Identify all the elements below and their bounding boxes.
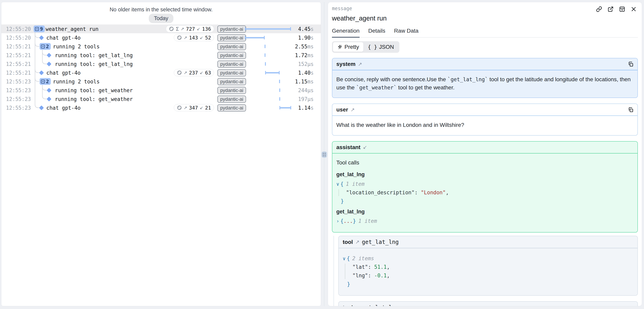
collapse-panel-icon[interactable] — [619, 6, 625, 12]
direction-arrow-icon: ↗ — [350, 107, 354, 113]
collapse-toggle[interactable]: 9 — [34, 26, 45, 32]
service-badge: pydantic-ai — [218, 52, 246, 59]
tool-message-block: tool ↗ get_lat_lng ∨{2 items "lat": 5 — [338, 236, 638, 296]
tab-generation[interactable]: Generation — [332, 28, 360, 38]
user-message-block: user ↗ What is the weather like in Londo… — [332, 104, 638, 136]
duration-tick — [264, 45, 266, 48]
span-duration: 1.15ms — [295, 79, 314, 85]
role-label: tool — [343, 239, 353, 245]
tool-call-name: get_lat_lng — [336, 171, 634, 178]
token-icon — [177, 70, 182, 75]
collapse-toggle[interactable]: 2 — [40, 43, 51, 50]
minus-square-icon — [41, 80, 45, 83]
trace-row[interactable]: 12:55:21chat gpt-4o↗237↙63pydantic-ai1.4… — [2, 68, 321, 77]
trace-row[interactable]: 12:55:23running tool: get_weatherpydanti… — [2, 86, 321, 95]
page-title: weather_agent run — [332, 15, 638, 22]
view-mode-toggle: Pretty { } JSON — [332, 41, 399, 53]
service-badge: pydantic-ai — [218, 34, 246, 42]
close-icon[interactable] — [631, 6, 637, 12]
tab-details[interactable]: Details — [368, 28, 386, 37]
span-duration: 1.72ms — [295, 52, 314, 58]
timeline-cell — [245, 95, 291, 103]
service-badge: pydantic-ai — [218, 104, 246, 112]
timeline-cell — [245, 25, 291, 33]
json-root-line[interactable]: ∨{1 item — [336, 181, 634, 188]
span-label: running 2 tools — [53, 79, 100, 85]
sparkle-icon — [337, 44, 342, 50]
span-duration: 197µs — [298, 96, 314, 102]
span-diamond-icon — [46, 88, 51, 93]
span-label: running tool: get_lat_lng — [55, 61, 133, 67]
open-external-icon[interactable] — [608, 6, 614, 12]
token-usage-pill[interactable]: ↗237↙63 — [174, 69, 214, 76]
collapse-toggle[interactable]: 2 — [40, 78, 51, 85]
token-icon — [169, 26, 174, 32]
trace-row[interactable]: 12:55:20chat gpt-4o↗143↙52pydantic-ai1.9… — [2, 33, 321, 42]
span-diamond-icon — [46, 62, 51, 66]
service-badge: pydantic-ai — [218, 96, 246, 103]
span-timestamp: 12:55:21 — [6, 70, 31, 76]
timeline-cell — [245, 86, 291, 95]
chevron-down-icon: ∨ — [336, 181, 339, 187]
json-close-brace: } — [347, 281, 634, 288]
timeline-cell — [245, 60, 291, 68]
json-collapsed-line[interactable]: ›{...}1 item — [336, 218, 634, 225]
today-button[interactable]: Today — [149, 14, 174, 23]
trace-row[interactable]: 12:55:21running tool: get_lat_lngpydanti… — [2, 51, 321, 60]
role-label: assistant — [336, 144, 360, 151]
timeline-cell — [245, 42, 291, 51]
span-label: chat gpt-4o — [46, 70, 80, 76]
tool-results-group: tool ↗ get_lat_lng ∨{2 items "lat": 5 — [334, 236, 638, 306]
token-usage-pill[interactable]: ↗143↙52 — [174, 34, 214, 41]
direction-arrow-icon: ↗ — [358, 61, 362, 67]
token-icon — [177, 105, 182, 110]
span-timestamp: 12:55:21 — [6, 52, 31, 58]
pretty-view-button[interactable]: Pretty — [333, 42, 363, 52]
assistant-message-block: assistant ↙ Tool calls get_lat_lng ∨{1 i… — [332, 141, 638, 232]
trace-row[interactable]: 12:55:209weather_agent runΣ↗727↙136pydan… — [2, 25, 321, 33]
span-duration: 244µs — [298, 87, 314, 93]
trace-row[interactable]: 12:55:212running 2 toolspydantic-ai2.55m… — [2, 42, 321, 51]
direction-arrow-icon: ↗ — [355, 304, 360, 306]
span-label: weather_agent run — [46, 26, 98, 32]
trace-row[interactable]: 12:55:23running tool: get_weatherpydanti… — [2, 95, 321, 103]
direction-arrow-icon: ↗ — [355, 239, 360, 245]
trace-panel: No older items in the selected time wind… — [1, 2, 321, 306]
copy-icon[interactable] — [628, 61, 634, 67]
token-usage-pill[interactable]: ↗347↙21 — [174, 104, 214, 111]
json-close-brace: } — [341, 198, 634, 205]
copy-link-icon[interactable] — [596, 6, 602, 12]
span-timestamp: 12:55:23 — [6, 96, 31, 102]
duration-bar — [280, 106, 291, 110]
timeline-cell — [245, 68, 291, 77]
json-root-line[interactable]: ∨{2 items — [343, 255, 634, 262]
inline-code: `get_lat_lng` — [448, 77, 488, 82]
trace-row[interactable]: 12:55:232running 2 toolspydantic-ai1.15m… — [2, 77, 321, 86]
arrow-down-icon: ↙ — [200, 70, 203, 75]
timeline-cell — [245, 77, 291, 86]
span-timestamp: 12:55:21 — [6, 44, 31, 50]
copy-icon[interactable] — [628, 107, 634, 113]
trace-row[interactable]: 12:55:21running tool: get_lat_lngpydanti… — [2, 60, 321, 68]
trace-row[interactable]: 12:55:23chat gpt-4o↗347↙21pydantic-ai1.1… — [2, 103, 321, 112]
token-usage-pill[interactable]: Σ↗727↙136 — [166, 25, 214, 33]
role-label: system — [336, 61, 356, 67]
span-diamond-icon — [46, 53, 51, 58]
panel-resize-handle[interactable] — [322, 152, 327, 158]
tab-raw-data[interactable]: Raw Data — [394, 28, 418, 37]
timeline-cell — [245, 51, 291, 60]
json-view-button[interactable]: { } JSON — [363, 42, 398, 52]
direction-arrow-icon: ↙ — [363, 144, 367, 150]
duration-tick — [279, 88, 280, 92]
duration-tick — [265, 62, 266, 66]
arrow-down-icon: ↙ — [200, 105, 203, 110]
duration-tick — [264, 53, 266, 57]
span-timestamp: 12:55:23 — [6, 105, 31, 111]
system-message-block: system ↗ Be concise, reply with one sent… — [332, 58, 638, 98]
inline-code: `get_weather` — [356, 85, 397, 91]
span-timestamp: 12:55:23 — [6, 87, 31, 93]
timeline-cell — [245, 103, 291, 112]
span-timestamp: 12:55:21 — [6, 61, 31, 67]
span-label: running tool: get_weather — [55, 96, 133, 102]
arrow-up-icon: ↗ — [184, 105, 187, 110]
